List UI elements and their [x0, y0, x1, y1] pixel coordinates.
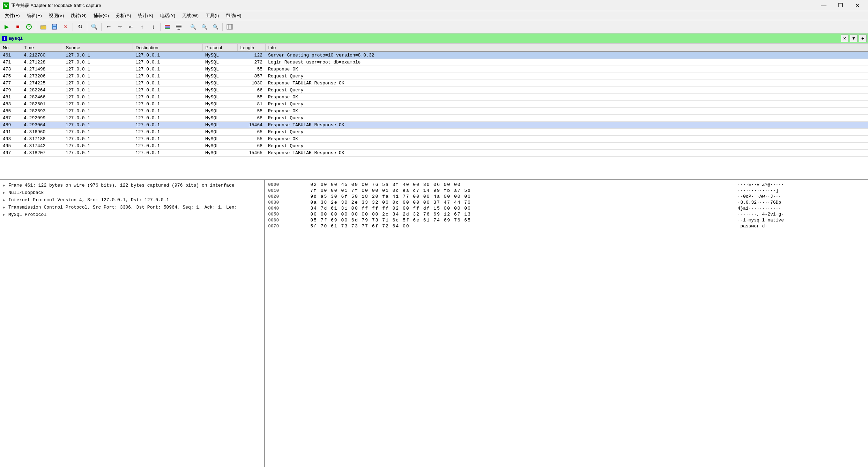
- menu-view[interactable]: 视图(V): [45, 12, 67, 20]
- menu-edit[interactable]: 编辑(E): [23, 12, 45, 20]
- cell-no: 485: [0, 108, 21, 115]
- cell-time: 4.282264: [21, 87, 63, 94]
- hex-row: 0010 7f 00 00 01 7f 00 00 01 0c ea c7 14…: [265, 188, 868, 194]
- table-row[interactable]: 493 4.317188 127.0.0.1 127.0.0.1 MySQL 5…: [0, 136, 868, 143]
- table-row[interactable]: 475 4.273206 127.0.0.1 127.0.0.1 MySQL 8…: [0, 73, 868, 80]
- zoom-reset-button[interactable]: 🔍: [210, 22, 221, 32]
- zoom-in-button[interactable]: 🔍: [188, 22, 198, 32]
- cell-length: 55: [237, 108, 265, 115]
- menu-capture[interactable]: 捕获(C): [90, 12, 112, 20]
- find-packet-button[interactable]: 🔍: [89, 22, 99, 32]
- table-row[interactable]: 477 4.274225 127.0.0.1 127.0.0.1 MySQL 1…: [0, 80, 868, 87]
- menu-phone[interactable]: 电话(Y): [157, 12, 179, 20]
- cell-protocol: MySQL: [202, 94, 237, 101]
- title-bar-controls: — ❐ ✕: [816, 0, 865, 11]
- cell-destination: 127.0.0.1: [133, 66, 202, 73]
- detail-frame[interactable]: ▶ Frame 461: 122 bytes on wire (976 bits…: [0, 182, 264, 189]
- detail-ip[interactable]: ▶ Internet Protocol Version 4, Src: 127.…: [0, 196, 264, 204]
- filter-clear-button[interactable]: ✕: [841, 35, 848, 42]
- table-row[interactable]: 471 4.271228 127.0.0.1 127.0.0.1 MySQL 2…: [0, 59, 868, 66]
- cell-time: 4.274225: [21, 80, 63, 87]
- hex-table-body: 0000 02 00 00 45 00 00 76 5a 3f 40 00 80…: [265, 182, 868, 229]
- table-row[interactable]: 485 4.282693 127.0.0.1 127.0.0.1 MySQL 5…: [0, 108, 868, 115]
- table-row[interactable]: 491 4.316960 127.0.0.1 127.0.0.1 MySQL 6…: [0, 129, 868, 136]
- menu-go[interactable]: 跳转(G): [67, 12, 90, 20]
- filter-add-button[interactable]: +: [859, 35, 867, 42]
- filter-dropdown-button[interactable]: ▼: [850, 35, 858, 42]
- title-bar-left: W 正在捕获 Adapter for loopback traffic capt…: [3, 2, 101, 9]
- cell-protocol: MySQL: [202, 59, 237, 66]
- cell-source: 127.0.0.1: [63, 129, 133, 136]
- table-row[interactable]: 481 4.282466 127.0.0.1 127.0.0.1 MySQL 5…: [0, 94, 868, 101]
- go-back-button[interactable]: ←: [103, 22, 114, 32]
- hex-ascii: ····E··v Z?@·····: [735, 182, 868, 188]
- table-row[interactable]: 487 4.292099 127.0.0.1 127.0.0.1 MySQL 6…: [0, 115, 868, 122]
- menu-wireless[interactable]: 无线(W): [179, 12, 202, 20]
- table-row[interactable]: 473 4.271498 127.0.0.1 127.0.0.1 MySQL 5…: [0, 66, 868, 73]
- save-file-button[interactable]: [49, 22, 60, 32]
- svg-rect-13: [227, 24, 232, 29]
- colorize-button[interactable]: [162, 22, 173, 32]
- restart-capture-button[interactable]: [24, 22, 34, 32]
- cell-length: 81: [237, 101, 265, 108]
- cell-destination: 127.0.0.1: [133, 108, 202, 115]
- filter-input[interactable]: [9, 36, 839, 41]
- cell-source: 127.0.0.1: [63, 59, 133, 66]
- stop-capture-button[interactable]: ■: [13, 22, 23, 32]
- filter-icon: f: [1, 35, 8, 42]
- cell-info: Response TABULAR Response OK: [265, 80, 868, 87]
- detail-mysql-label: MySQL Protocol: [8, 212, 46, 217]
- auto-scroll-button[interactable]: [173, 22, 184, 32]
- cell-destination: 127.0.0.1: [133, 101, 202, 108]
- close-button[interactable]: ✕: [849, 0, 865, 11]
- cell-info: Response OK: [265, 108, 868, 115]
- cell-destination: 127.0.0.1: [133, 52, 202, 59]
- menu-analyze[interactable]: 分析(A): [112, 12, 134, 20]
- reload-button[interactable]: ↻: [75, 22, 85, 32]
- cell-info: Login Request user=root db=example: [265, 59, 868, 66]
- table-row[interactable]: 495 4.317442 127.0.0.1 127.0.0.1 MySQL 6…: [0, 143, 868, 150]
- menu-tools[interactable]: 工具(I): [202, 12, 222, 20]
- maximize-button[interactable]: ❐: [832, 0, 848, 11]
- go-down-button[interactable]: ↓: [148, 22, 158, 32]
- hex-bytes: 02 00 00 45 00 00 76 5a 3f 40 00 80 06 0…: [307, 182, 735, 188]
- table-row[interactable]: 483 4.282601 127.0.0.1 127.0.0.1 MySQL 8…: [0, 101, 868, 108]
- cell-source: 127.0.0.1: [63, 80, 133, 87]
- menu-bar: 文件(F) 编辑(E) 视图(V) 跳转(G) 捕获(C) 分析(A) 统计(S…: [0, 11, 868, 20]
- go-first-button[interactable]: ⇤: [126, 22, 136, 32]
- hex-offset: 0010: [265, 188, 307, 194]
- detail-loopback-label: Null/Loopback: [8, 190, 44, 195]
- detail-mysql[interactable]: ▶ MySQL Protocol: [0, 211, 264, 218]
- cell-no: 497: [0, 150, 21, 157]
- cell-destination: 127.0.0.1: [133, 59, 202, 66]
- cell-source: 127.0.0.1: [63, 66, 133, 73]
- menu-help[interactable]: 帮助(H): [222, 12, 245, 20]
- svg-rect-8: [165, 27, 170, 28]
- cell-no: 489: [0, 122, 21, 129]
- hex-bytes: 00 00 00 00 00 00 00 2c 34 2d 32 76 69 1…: [307, 211, 735, 217]
- table-row[interactable]: 461 4.212780 127.0.0.1 127.0.0.1 MySQL 1…: [0, 52, 868, 59]
- go-up-button[interactable]: ↑: [137, 22, 147, 32]
- open-file-button[interactable]: [38, 22, 49, 32]
- toolbar-sep-4: [101, 23, 102, 31]
- detail-loopback[interactable]: ▶ Null/Loopback: [0, 189, 264, 196]
- start-capture-button[interactable]: ▶: [1, 22, 12, 32]
- go-forward-button[interactable]: →: [114, 22, 125, 32]
- svg-rect-5: [53, 24, 56, 26]
- menu-stats[interactable]: 统计(S): [134, 12, 156, 20]
- zoom-out-button[interactable]: 🔍-: [199, 22, 209, 32]
- hex-offset: 0040: [265, 205, 307, 211]
- minimize-button[interactable]: —: [816, 0, 832, 11]
- menu-file[interactable]: 文件(F): [1, 12, 23, 20]
- table-row[interactable]: 489 4.293064 127.0.0.1 127.0.0.1 MySQL 1…: [0, 122, 868, 129]
- packet-list[interactable]: No. Time Source Destination Protocol Len…: [0, 44, 868, 180]
- cell-length: 272: [237, 59, 265, 66]
- close-file-button[interactable]: ✕: [60, 22, 71, 32]
- cell-protocol: MySQL: [202, 115, 237, 122]
- cell-time: 4.317188: [21, 136, 63, 143]
- table-row[interactable]: 497 4.318207 127.0.0.1 127.0.0.1 MySQL 1…: [0, 150, 868, 157]
- resize-columns-button[interactable]: [224, 22, 235, 32]
- hex-ascii: ··············]: [735, 188, 868, 194]
- detail-tcp[interactable]: ▶ Transmission Control Protocol, Src Por…: [0, 204, 264, 211]
- table-row[interactable]: 479 4.282264 127.0.0.1 127.0.0.1 MySQL 6…: [0, 87, 868, 94]
